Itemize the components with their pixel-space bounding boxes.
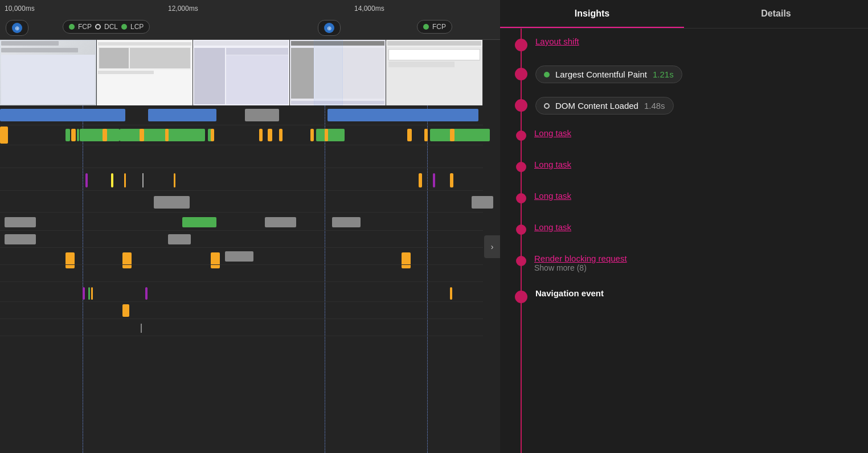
body-long-task-3: Long task — [534, 191, 859, 201]
metric-lcp: Largest Contentful Paint 1.21s — [535, 66, 682, 83]
link-icon: ⊕ — [12, 23, 22, 33]
tab-details[interactable]: Details — [684, 0, 868, 28]
link-layout-shift[interactable]: Layout shift — [535, 36, 859, 46]
block-orange-3 — [140, 129, 144, 141]
block-orange-11 — [407, 129, 412, 141]
block-green-3 — [80, 129, 120, 141]
track-network-1 — [0, 105, 483, 125]
time-label-10000: 10,000ms — [5, 5, 35, 13]
dcl-metric-label: DOM Content Loaded — [555, 101, 638, 111]
dot-long-task-1 — [516, 130, 526, 141]
block-gray-4 — [472, 196, 493, 209]
track-net-4 — [0, 248, 483, 265]
show-more-link[interactable]: Show more (8) — [534, 263, 859, 275]
lcp-metric-label: Largest Contentful Paint — [555, 70, 647, 79]
marker-link-left[interactable]: ⊕ — [6, 20, 28, 36]
block-orange-5 — [211, 129, 214, 141]
time-label-14000: 14,000ms — [354, 5, 384, 13]
ind-orange-1 — [91, 287, 93, 300]
insight-long-task-4: Long task — [500, 217, 868, 248]
net-gray-2 — [265, 217, 296, 227]
insight-dcl: DOM Content Loaded 1.48s — [500, 91, 868, 123]
block-green-2 — [77, 129, 79, 141]
block-orange-thin-2 — [174, 173, 175, 187]
body-long-task-1: Long task — [534, 128, 859, 138]
net-gray-5 — [168, 234, 191, 244]
block-green-8 — [316, 129, 345, 141]
dcl-dot — [95, 24, 101, 30]
net-green-1 — [182, 217, 216, 227]
dot-long-task-4 — [516, 225, 526, 235]
nav-event-label: Navigation event — [535, 288, 604, 298]
body-nav-event: Navigation event — [535, 288, 859, 298]
lcp-label: LCP — [130, 23, 144, 31]
block-orange-13 — [450, 129, 455, 141]
body-lcp: Largest Contentful Paint 1.21s — [535, 66, 859, 83]
marker-link-mid[interactable]: ⊕ — [318, 20, 341, 36]
link-long-task-1[interactable]: Long task — [534, 128, 859, 138]
block-orange-1 — [71, 129, 76, 141]
timeline-panel: 10,000ms 12,000ms 14,000ms ⊕ FCP DCL LCP… — [0, 0, 500, 453]
dot-lcp — [515, 68, 527, 80]
timeline-header: 10,000ms 12,000ms 14,000ms ⊕ FCP DCL LCP… — [0, 0, 500, 40]
fcp-dot — [69, 24, 75, 30]
ind-purple-2 — [145, 287, 148, 300]
insights-panel: Insights Details Layout shift Largest Co… — [500, 0, 868, 453]
insight-lcp: Largest Contentful Paint 1.21s — [500, 60, 868, 91]
block-orange-9 — [310, 129, 314, 141]
lcp-metric-dot — [544, 72, 550, 77]
block-yellow-1 — [111, 173, 113, 187]
track-net-2 — [0, 214, 483, 231]
link-long-task-4[interactable]: Long task — [534, 222, 859, 232]
net-gray-1 — [5, 217, 36, 227]
track-yellow — [0, 302, 483, 319]
block-green-6 — [171, 129, 205, 141]
body-render-blocking: Render blocking request Show more (8) — [534, 254, 859, 275]
lcp-dot — [121, 24, 127, 30]
block-orange-15 — [450, 173, 453, 187]
ind-purple-1 — [83, 287, 85, 300]
track-gray-1 — [0, 193, 483, 213]
track-net-3 — [0, 231, 483, 248]
fcp-label: FCP — [78, 23, 92, 31]
insight-long-task-1: Long task — [500, 123, 868, 154]
block-orange-2 — [103, 129, 107, 141]
body-long-task-2: Long task — [534, 160, 859, 169]
marker-fcp-right[interactable]: FCP — [417, 20, 452, 34]
tab-insights[interactable]: Insights — [500, 0, 684, 28]
screenshot-5 — [386, 40, 483, 105]
link-icon-mid: ⊕ — [324, 23, 334, 33]
block-blue-1 — [0, 109, 125, 121]
lcp-metric-value: 1.21s — [653, 70, 674, 79]
block-orange-7 — [268, 129, 272, 141]
dot-long-task-3 — [516, 193, 526, 203]
link-long-task-3[interactable]: Long task — [534, 191, 859, 201]
insight-render-blocking: Render blocking request Show more (8) — [500, 248, 868, 280]
link-render-blocking[interactable]: Render blocking request — [534, 254, 859, 263]
ind-orange-2 — [450, 287, 452, 300]
block-gray-1 — [245, 109, 279, 121]
dcl-label: DCL — [104, 23, 118, 31]
block-orange-thin-1 — [124, 173, 126, 187]
marker-fcp-dcl-lcp[interactable]: FCP DCL LCP — [63, 20, 150, 34]
yellow-block — [122, 304, 129, 317]
dot-render-blocking — [516, 256, 526, 266]
insight-nav-event: Navigation event — [500, 283, 868, 314]
panel-header: Insights Details — [500, 0, 868, 28]
net-gray-6 — [225, 251, 253, 262]
ind-green-1 — [88, 287, 90, 300]
track-net-5 — [0, 265, 483, 282]
block-orange-left — [0, 126, 8, 144]
insight-long-task-3: Long task — [500, 185, 868, 217]
thin-gray — [141, 324, 142, 333]
track-indicators — [0, 285, 483, 302]
dcl-metric-value: 1.48s — [644, 101, 665, 111]
scroll-right-button[interactable]: › — [484, 235, 500, 258]
net-gray-4 — [5, 234, 36, 244]
body-layout-shift: Layout shift — [535, 36, 859, 46]
metric-dcl: DOM Content Loaded 1.48s — [535, 97, 674, 115]
screenshot-4 — [290, 40, 387, 105]
block-blue-4 — [450, 109, 478, 121]
link-long-task-2[interactable]: Long task — [534, 160, 859, 169]
block-orange-4 — [165, 129, 169, 141]
